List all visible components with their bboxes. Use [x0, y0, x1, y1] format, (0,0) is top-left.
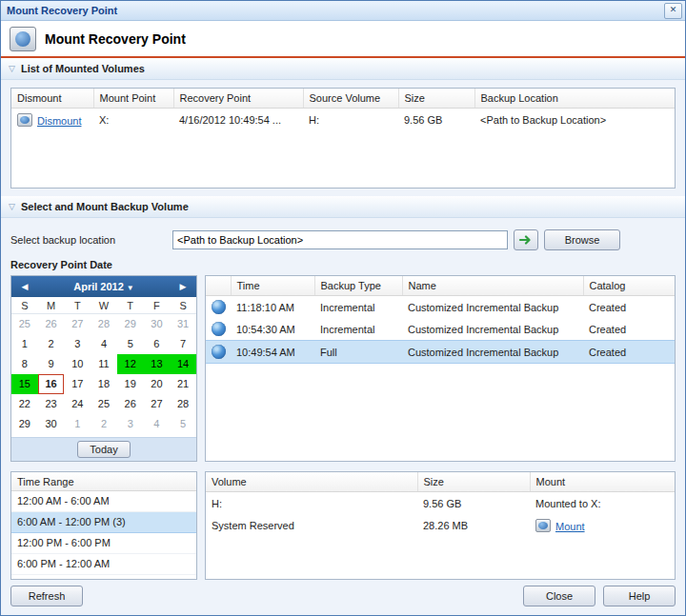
- calendar-nav: ◀ April 2012▼ ▶: [11, 276, 196, 297]
- column-header[interactable]: Mount: [530, 472, 675, 492]
- calendar-date[interactable]: 1: [11, 334, 38, 354]
- calendar-date[interactable]: 9: [38, 354, 65, 374]
- cal-grid: 2526272829303112345678910111213141516171…: [11, 314, 196, 437]
- backup-row[interactable]: 11:18:10 AMIncrementalCustomized Increme…: [206, 296, 675, 319]
- calendar-date[interactable]: 28: [170, 394, 196, 414]
- calendar-date[interactable]: 18: [91, 374, 117, 394]
- dismount-link[interactable]: Dismount: [37, 115, 81, 127]
- set-location-button[interactable]: [514, 229, 538, 250]
- calendar-date[interactable]: 30: [38, 414, 65, 434]
- calendar-date[interactable]: 4: [144, 414, 171, 434]
- column-header[interactable]: Mount Point: [93, 89, 173, 109]
- disk-icon: [17, 113, 32, 127]
- calendar: ◀ April 2012▼ ▶ SMTWTFS 2526272829303112…: [10, 275, 197, 462]
- column-header[interactable]: Source Volume: [303, 89, 398, 109]
- calendar-date[interactable]: 8: [11, 354, 38, 374]
- calendar-date[interactable]: 16: [38, 374, 65, 394]
- column-header[interactable]: Recovery Point: [173, 89, 303, 109]
- cal-days: SMTWTFS: [11, 297, 196, 314]
- backup-location-row: Select backup location Browse: [10, 229, 676, 250]
- column-header[interactable]: Name: [402, 276, 583, 296]
- column-header[interactable]: Catalog: [583, 276, 675, 296]
- calendar-date[interactable]: 6: [144, 334, 171, 354]
- chevron-down-icon: ▽: [9, 202, 15, 211]
- backup-icon-cell: [206, 341, 231, 364]
- calendar-date[interactable]: 24: [64, 394, 91, 414]
- calendar-date[interactable]: 2: [38, 334, 65, 354]
- column-header[interactable]: Size: [398, 89, 474, 109]
- mount-recovery-point-dialog: Mount Recovery Point ✕ Mount Recovery Po…: [0, 0, 686, 616]
- calendar-date[interactable]: 20: [144, 374, 171, 394]
- volumes-table: VolumeSizeMount H:9.56 GBMounted to X:Sy…: [206, 472, 675, 536]
- calendar-date[interactable]: 25: [91, 394, 117, 414]
- today-button[interactable]: Today: [77, 441, 131, 458]
- window-titlebar[interactable]: Mount Recovery Point ✕: [1, 1, 685, 21]
- calendar-date[interactable]: 10: [64, 354, 91, 374]
- mount-cell: Mounted to X:: [530, 492, 675, 515]
- calendar-date[interactable]: 29: [117, 314, 144, 334]
- calendar-date[interactable]: 4: [91, 334, 117, 354]
- close-button[interactable]: Close: [523, 586, 595, 606]
- calendar-month-label[interactable]: April 2012▼: [33, 281, 174, 292]
- chevron-down-icon: ▼: [127, 284, 134, 292]
- volume-row: System Reserved28.26 MBMount: [206, 514, 675, 536]
- time-range-item[interactable]: 12:00 PM - 6:00 PM: [11, 533, 196, 554]
- calendar-date[interactable]: 12: [117, 354, 144, 374]
- calendar-prev-icon[interactable]: ◀: [16, 282, 33, 291]
- column-header[interactable]: Time: [231, 276, 314, 296]
- calendar-date[interactable]: 26: [38, 314, 65, 334]
- calendar-date[interactable]: 21: [170, 374, 196, 394]
- calendar-next-icon[interactable]: ▶: [174, 282, 192, 291]
- browse-button[interactable]: Browse: [544, 229, 620, 250]
- column-header[interactable]: Backup Type: [314, 276, 402, 296]
- chevron-down-icon: ▽: [9, 64, 15, 73]
- backup-row[interactable]: 10:54:30 AMIncrementalCustomized Increme…: [206, 318, 675, 341]
- calendar-date[interactable]: 27: [144, 394, 171, 414]
- calendar-date[interactable]: 7: [170, 334, 196, 354]
- calendar-date[interactable]: 1: [64, 414, 91, 434]
- backup-type-cell: Incremental: [314, 296, 402, 319]
- calendar-date[interactable]: 29: [11, 414, 38, 434]
- time-range-item[interactable]: 6:00 AM - 12:00 PM (3): [11, 512, 196, 533]
- calendar-date[interactable]: 3: [64, 334, 91, 354]
- calendar-date[interactable]: 17: [64, 374, 91, 394]
- calendar-date[interactable]: 13: [144, 354, 171, 374]
- section-mounted-volumes[interactable]: ▽ List of Mounted Volumes: [1, 58, 685, 80]
- name-cell: Customized Incremental Backup: [402, 318, 583, 341]
- calendar-date[interactable]: 15: [11, 374, 38, 394]
- calendar-date[interactable]: 27: [64, 314, 91, 334]
- mounted-row: DismountX:4/16/2012 10:49:54 ...H:9.56 G…: [11, 109, 675, 131]
- calendar-date[interactable]: 31: [170, 314, 196, 334]
- column-header[interactable]: Size: [417, 472, 530, 492]
- calendar-date[interactable]: 26: [117, 394, 144, 414]
- mount-link[interactable]: Mount: [555, 521, 585, 532]
- time-cell: 10:54:30 AM: [231, 318, 314, 341]
- help-button[interactable]: Help: [603, 586, 676, 606]
- close-icon[interactable]: ✕: [664, 3, 682, 19]
- backup-location-input[interactable]: [172, 230, 508, 249]
- column-header[interactable]: [206, 276, 231, 296]
- calendar-date[interactable]: 5: [170, 414, 196, 434]
- column-header[interactable]: Volume: [206, 472, 417, 492]
- time-range-item[interactable]: 6:00 PM - 12:00 AM: [11, 554, 196, 575]
- calendar-date[interactable]: 28: [91, 314, 117, 334]
- calendar-date[interactable]: 5: [117, 334, 144, 354]
- calendar-date[interactable]: 14: [170, 354, 196, 374]
- time-range-item[interactable]: 12:00 AM - 6:00 AM: [11, 491, 196, 512]
- calendar-date[interactable]: 3: [117, 414, 144, 434]
- section-select-mount[interactable]: ▽ Select and Mount Backup Volume: [1, 196, 685, 218]
- backups-head: TimeBackup TypeNameCatalog: [206, 276, 675, 296]
- calendar-date[interactable]: 2: [91, 414, 117, 434]
- calendar-date[interactable]: 30: [144, 314, 171, 334]
- calendar-date[interactable]: 25: [11, 314, 38, 334]
- column-header[interactable]: Backup Location: [474, 89, 675, 109]
- backup-row[interactable]: 10:49:54 AMFullCustomized Incremental Ba…: [206, 341, 675, 364]
- refresh-button[interactable]: Refresh: [10, 586, 83, 606]
- calendar-date[interactable]: 23: [38, 394, 65, 414]
- column-header[interactable]: Dismount: [11, 89, 93, 109]
- calendar-date[interactable]: 19: [117, 374, 144, 394]
- calendar-date[interactable]: 11: [91, 354, 117, 374]
- calendar-day-header: M: [38, 300, 65, 311]
- calendar-date[interactable]: 22: [11, 394, 38, 414]
- mounted-volumes-table: DismountMount PointRecovery PointSource …: [11, 89, 675, 130]
